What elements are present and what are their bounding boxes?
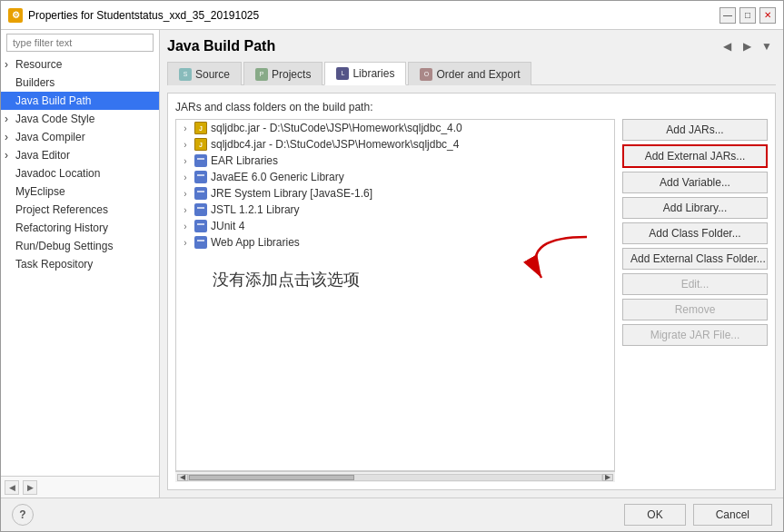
tree-scrollbar: ◀ ▶ bbox=[175, 471, 615, 482]
scroll-right-btn[interactable]: ▶ bbox=[602, 474, 613, 481]
tree-item-ear-label: EAR Libraries bbox=[211, 154, 278, 167]
tree-item-ear[interactable]: › EAR Libraries bbox=[176, 153, 614, 169]
svg-rect-10 bbox=[195, 238, 206, 247]
remove-button[interactable]: Remove bbox=[622, 299, 768, 320]
tab-order-export[interactable]: O Order and Export bbox=[408, 62, 531, 85]
svg-rect-9 bbox=[197, 223, 204, 225]
main-window: ⚙ Properties for Studentstatus_xxd_35_20… bbox=[0, 0, 784, 532]
sidebar-bottom: ◀ ▶ bbox=[1, 476, 159, 498]
svg-rect-5 bbox=[197, 191, 204, 192]
add-external-class-folder-button[interactable]: Add External Class Folder... bbox=[622, 248, 768, 270]
lib-icon-junit bbox=[194, 220, 207, 232]
tabs-bar: S Source P Projects L Libraries O Order … bbox=[167, 61, 776, 85]
lib-icon-jstl bbox=[194, 203, 207, 216]
tab-projects[interactable]: P Projects bbox=[243, 62, 323, 85]
red-arrow-svg bbox=[496, 232, 605, 287]
page-title: Java Build Path bbox=[167, 38, 275, 54]
filter-input[interactable] bbox=[6, 34, 154, 52]
scroll-left-btn[interactable]: ◀ bbox=[177, 474, 188, 481]
scrollbar-thumb bbox=[189, 475, 354, 480]
sidebar-item-resource[interactable]: Resource bbox=[1, 55, 159, 74]
tab-libraries-label: Libraries bbox=[352, 67, 394, 80]
lib-icon-webapp bbox=[194, 236, 207, 249]
tree-arrow-sqljdbc4: › bbox=[180, 139, 191, 150]
lib-icon-javaee bbox=[194, 171, 207, 183]
add-class-folder-button[interactable]: Add Class Folder... bbox=[622, 222, 768, 244]
tab-order-export-label: Order and Export bbox=[436, 68, 520, 81]
add-variable-button[interactable]: Add Variable... bbox=[622, 172, 768, 193]
panel-description: JARs and class folders on the build path… bbox=[175, 101, 768, 113]
footer-right: OK Cancel bbox=[624, 504, 772, 526]
sidebar-item-java-editor[interactable]: Java Editor bbox=[1, 146, 159, 164]
sidebar-item-task-repository[interactable]: Task Repository bbox=[1, 255, 159, 273]
scrollbar-track[interactable] bbox=[188, 474, 602, 481]
tree-arrow-junit: › bbox=[180, 221, 191, 232]
tree-item-webapp-label: Web App Libraries bbox=[211, 236, 300, 249]
tree-item-javaee-label: JavaEE 6.0 Generic Library bbox=[211, 171, 344, 183]
sidebar-item-project-references[interactable]: Project References bbox=[1, 201, 159, 219]
libraries-tab-icon: L bbox=[336, 67, 349, 80]
nav-forward-button[interactable]: ▶ bbox=[738, 37, 756, 55]
tree-item-junit-label: JUnit 4 bbox=[211, 220, 244, 232]
footer: ? OK Cancel bbox=[1, 498, 783, 531]
title-bar: ⚙ Properties for Studentstatus_xxd_35_20… bbox=[1, 1, 783, 30]
sidebar-item-run-debug-settings[interactable]: Run/Debug Settings bbox=[1, 237, 159, 255]
content-area: Java Build Path ◀ ▶ ▼ S Source P Project… bbox=[160, 30, 783, 498]
svg-rect-6 bbox=[195, 205, 206, 214]
lib-icon-ear bbox=[194, 154, 207, 167]
svg-rect-11 bbox=[197, 240, 204, 241]
panel-body: › J sqljdbc.jar - D:\StuCode\JSP\Homewor… bbox=[175, 119, 768, 482]
add-external-jars-button[interactable]: Add External JARs... bbox=[622, 144, 768, 168]
tree-arrow-javaee: › bbox=[180, 172, 191, 182]
tree-item-jre-label: JRE System Library [JavaSE-1.6] bbox=[211, 187, 372, 200]
maximize-button[interactable]: □ bbox=[739, 7, 756, 24]
sidebar-item-java-code-style[interactable]: Java Code Style bbox=[1, 110, 159, 128]
tree-item-javaee[interactable]: › JavaEE 6.0 Generic Library bbox=[176, 169, 614, 185]
tree-item-jstl[interactable]: › JSTL 1.2.1 Library bbox=[176, 202, 614, 218]
sidebar-item-builders[interactable]: Builders bbox=[1, 74, 159, 92]
jar-icon-sqljdbc4: J bbox=[194, 138, 207, 151]
sidebar-scroll-left[interactable]: ◀ bbox=[5, 480, 19, 495]
main-content: Resource Builders Java Build Path Java C… bbox=[1, 30, 783, 498]
cancel-button[interactable]: Cancel bbox=[693, 504, 772, 526]
minimize-button[interactable]: — bbox=[719, 7, 736, 24]
tab-source-label: Source bbox=[195, 68, 230, 81]
nav-arrows: ◀ ▶ ▼ bbox=[718, 37, 776, 55]
help-button[interactable]: ? bbox=[12, 504, 34, 526]
svg-rect-1 bbox=[197, 158, 204, 160]
content-header: Java Build Path ◀ ▶ ▼ bbox=[167, 37, 776, 55]
sidebar-item-java-compiler[interactable]: Java Compiler bbox=[1, 128, 159, 146]
window-icon: ⚙ bbox=[8, 8, 23, 23]
tree-item-sqljdbc4-label: sqljdbc4.jar - D:\StuCode\JSP\Homework\s… bbox=[211, 138, 459, 151]
tab-projects-label: Projects bbox=[272, 68, 311, 81]
sidebar-item-java-build-path[interactable]: Java Build Path bbox=[1, 92, 159, 110]
add-jars-button[interactable]: Add JARs... bbox=[622, 119, 768, 141]
add-library-button[interactable]: Add Library... bbox=[622, 197, 768, 219]
sidebar-item-myeclipse[interactable]: MyEclipse bbox=[1, 182, 159, 201]
jar-icon-sqljdbc: J bbox=[194, 122, 207, 134]
ok-button[interactable]: OK bbox=[624, 504, 685, 526]
tree-arrow-jstl: › bbox=[180, 204, 191, 215]
sidebar-item-javadoc-location[interactable]: Javadoc Location bbox=[1, 164, 159, 182]
sidebar-item-refactoring-history[interactable]: Refactoring History bbox=[1, 219, 159, 237]
migrate-jar-file-button[interactable]: Migrate JAR File... bbox=[622, 324, 768, 346]
edit-button[interactable]: Edit... bbox=[622, 273, 768, 295]
tree-arrow-sqljdbc: › bbox=[180, 123, 191, 133]
tab-source[interactable]: S Source bbox=[167, 62, 242, 85]
tree-container: › J sqljdbc.jar - D:\StuCode\JSP\Homewor… bbox=[176, 120, 614, 301]
svg-rect-4 bbox=[195, 189, 206, 198]
nav-back-button[interactable]: ◀ bbox=[718, 37, 736, 55]
sidebar-scroll-right[interactable]: ▶ bbox=[23, 480, 37, 495]
tab-libraries[interactable]: L Libraries bbox=[324, 62, 406, 85]
tree-item-sqljdbc[interactable]: › J sqljdbc.jar - D:\StuCode\JSP\Homewor… bbox=[176, 120, 614, 136]
buttons-column: Add JARs... Add External JARs... Add Var… bbox=[622, 119, 768, 482]
lib-icon-jre bbox=[194, 187, 207, 200]
title-bar-left: ⚙ Properties for Studentstatus_xxd_35_20… bbox=[8, 8, 259, 23]
tree-area[interactable]: › J sqljdbc.jar - D:\StuCode\JSP\Homewor… bbox=[175, 119, 615, 471]
nav-dropdown-button[interactable]: ▼ bbox=[758, 37, 776, 55]
tree-item-jre[interactable]: › JRE System Library [JavaSE-1.6] bbox=[176, 185, 614, 202]
close-button[interactable]: ✕ bbox=[759, 7, 776, 24]
svg-rect-3 bbox=[197, 174, 204, 176]
svg-rect-0 bbox=[195, 156, 206, 165]
tree-item-sqljdbc4[interactable]: › J sqljdbc4.jar - D:\StuCode\JSP\Homewo… bbox=[176, 136, 614, 153]
